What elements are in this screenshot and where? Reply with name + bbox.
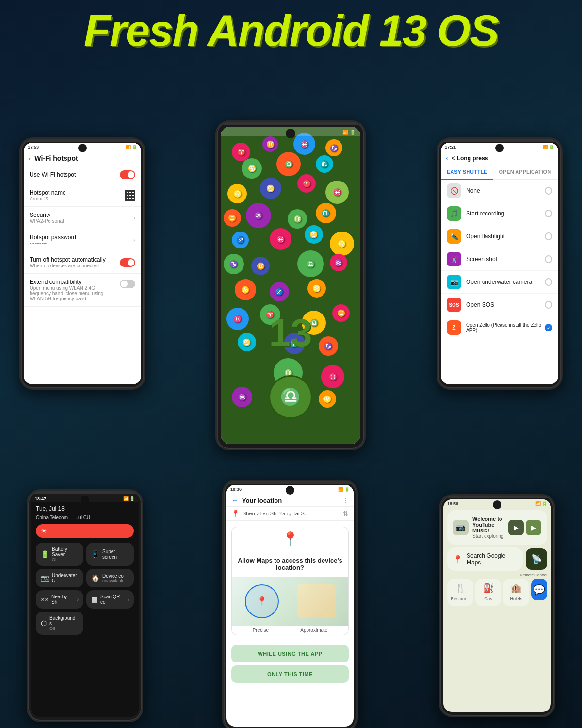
wifi-row-security[interactable]: Security WPA2-Personal › (24, 207, 141, 229)
yt-btn-green[interactable]: ▶ (526, 520, 541, 535)
wifi-time: 17:53 (28, 145, 39, 149)
long-header: ‹ < Long press (441, 150, 558, 165)
maps-menu-icon[interactable]: ⋮ (342, 496, 349, 504)
hotels-label: Hotels (510, 596, 523, 601)
long-back-btn[interactable]: ‹ (446, 154, 448, 162)
qs-tile-bg[interactable]: ⬡ Background s Off (36, 612, 83, 635)
phone-long: 17:21 📶🔋 ‹ < Long press EASY SHUTTLE OPE… (436, 137, 563, 390)
maps-swap-icon[interactable]: ⇅ (343, 510, 349, 517)
qs-tile-device[interactable]: 🏠 Device co unavailable (86, 569, 134, 587)
yt-map-icon: 📍 (453, 555, 463, 564)
long-item-sos[interactable]: SOS Open SOS (441, 294, 558, 316)
sos-label: Open SOS (466, 301, 545, 308)
flash-label: Open flashlight (466, 233, 545, 240)
bg-label: Background s (49, 615, 79, 626)
screenshot-radio[interactable] (545, 255, 552, 263)
wifi-header: ‹ Wi-Fi hotspot (24, 150, 141, 165)
phones-container: 17:53 📶 🔋 ‹ Wi-Fi hotspot Use Wi-Fi hots… (0, 57, 582, 722)
yt-remote-label: Remote Control (443, 573, 547, 577)
tab-open-app[interactable]: OPEN APPLICATION (493, 165, 557, 179)
yt-place-restaurants[interactable]: 🍴 Restaur... (447, 579, 473, 606)
qs-tile-underwater[interactable]: 📷 Underwater C (36, 569, 83, 587)
long-item-zello[interactable]: Z Open Zello (Please install the Zello A… (441, 316, 558, 339)
wifi-name-sub: Armor 22 (30, 196, 66, 201)
maps-once-btn[interactable]: ONLY THIS TIME (231, 665, 349, 683)
long-tabs: EASY SHUTTLE OPEN APPLICATION (441, 165, 558, 180)
maps-pin-icon: 📍 (231, 510, 240, 517)
phone-qs: 18:47 📶🔋 Tue, Jul 18 China Telecom — ..u… (27, 489, 143, 722)
qs-tile-battery[interactable]: 🔋 Battery Saver Off (36, 543, 83, 566)
qs-brightness-slider[interactable]: ☀ (36, 524, 134, 538)
gas-emoji: ⛽ (478, 583, 499, 594)
qs-tiles-grid: 🔋 Battery Saver Off 📱 Super screen � (31, 540, 139, 638)
record-radio[interactable] (545, 210, 552, 217)
maps-back-btn[interactable]: ← (231, 496, 238, 504)
qs-tile-nearby[interactable]: ✕✕ Nearby Sh › (36, 590, 83, 609)
yt-search-label: Search Google Maps (467, 552, 517, 566)
phone-center: ♈ ♊ ♓ ♑ ♋ ♎ ♏ ♌ ♋ ♈ ♓ ♊ ♒ ♍ ♏ ♐ ♓ (215, 120, 366, 450)
scan-label: Scan QR co (100, 594, 125, 605)
maps-dialog: 📍 Allow Maps to access this device's loc… (231, 527, 349, 635)
nearby-chevron: › (77, 597, 79, 602)
scan-chevron: › (128, 597, 129, 602)
yt-music-card: 📷 Welcome to YouTube Music! Start explor… (447, 510, 547, 545)
wifi-row-use: Use Wi-Fi hotspot (24, 165, 141, 184)
maps-time: 18:36 (230, 487, 242, 492)
long-item-screenshot[interactable]: ✂️ Screen shot (441, 248, 558, 271)
long-item-record[interactable]: 🎵 Start recording (441, 202, 558, 225)
wifi-use-label: Use Wi-Fi hotspot (30, 171, 76, 178)
yt-place-gas[interactable]: ⛽ Gas (475, 579, 501, 606)
long-item-none[interactable]: 🚫 None (441, 180, 558, 202)
zello-radio[interactable] (545, 324, 552, 331)
sos-radio[interactable] (545, 301, 552, 309)
yt-card-title: Welcome to YouTube Music! (472, 516, 504, 533)
maps-dialog-title: Allow Maps to access this device's locat… (232, 551, 348, 577)
none-label: None (466, 187, 545, 194)
wifi-sec-label: Security (30, 212, 64, 218)
maps-address: Shen Zhen Shi Yang Tai S... (242, 511, 340, 516)
battery-sub: Off (52, 557, 79, 562)
bg-icon: ⬡ (41, 619, 47, 627)
flash-icon: 🔦 (447, 229, 461, 244)
scan-icon: ▦ (91, 596, 97, 603)
yt-search-row[interactable]: 📍 Search Google Maps (447, 547, 523, 571)
flash-radio[interactable] (545, 232, 552, 240)
sos-icon: SOS (447, 298, 461, 312)
wifi-auto-toggle[interactable] (120, 258, 135, 267)
maps-header: ← Your location ⋮ (226, 493, 354, 507)
tab-easy-shuttle[interactable]: EASY SHUTTLE (441, 165, 493, 180)
long-item-flash[interactable]: 🔦 Open flashlight (441, 225, 558, 248)
wifi-row-pass[interactable]: Hotspot password •••••••••• › (24, 229, 141, 251)
qs-time: 18:47 (35, 496, 46, 501)
qs-tile-super[interactable]: 📱 Super screen (86, 543, 134, 566)
qs-tile-scan[interactable]: ▦ Scan QR co › (86, 590, 134, 609)
maps-precise-pin: 📍 (257, 596, 267, 607)
wifi-extend-sub: Open menu using WLAN 2.4G frequency band… (30, 285, 116, 301)
device-sub: unavailable (102, 579, 125, 583)
yt-remote-btn[interactable]: 📡 (526, 548, 547, 570)
number-13: 13 (269, 311, 312, 355)
wifi-row-name[interactable]: Hotspot name Armor 22 (24, 184, 141, 207)
maps-while-using-btn[interactable]: WHILE USING THE APP (231, 645, 349, 662)
long-item-uwcam[interactable]: 📷 Open underwater camera (441, 271, 558, 294)
phone-maps: 18:36 📶🔋 ← Your location ⋮ 📍 Shen Zhen S… (222, 480, 358, 728)
wifi-battery-icon: 🔋 (132, 145, 137, 149)
wifi-use-toggle[interactable] (120, 170, 135, 179)
yt-btn-dark[interactable]: ▶ (508, 520, 524, 535)
record-label: Start recording (466, 210, 545, 217)
uwcam-icon: 📷 (447, 275, 461, 289)
device-icon: 🏠 (91, 574, 99, 582)
nearby-icon: ✕✕ (41, 597, 48, 602)
yt-place-hotels[interactable]: 🏨 Hotels (503, 579, 529, 606)
wifi-back-btn[interactable]: ‹ (29, 155, 31, 162)
wifi-signal-icon: 📶 (126, 145, 131, 149)
maps-approx-label: Approximate (300, 628, 327, 633)
wifi-row-auto: Turn off hotspot automatically When no d… (24, 251, 141, 274)
yt-places-row: 🍴 Restaur... ⛽ Gas 🏨 Hotels 💬 (447, 579, 547, 606)
none-radio[interactable] (545, 187, 552, 195)
wifi-extend-toggle[interactable] (120, 280, 135, 288)
uwcam-radio[interactable] (545, 278, 552, 286)
wifi-title: Wi-Fi hotspot (34, 154, 78, 162)
yt-cam-icon: 📷 (453, 520, 469, 535)
yt-messenger-btn[interactable]: 💬 (531, 579, 547, 600)
